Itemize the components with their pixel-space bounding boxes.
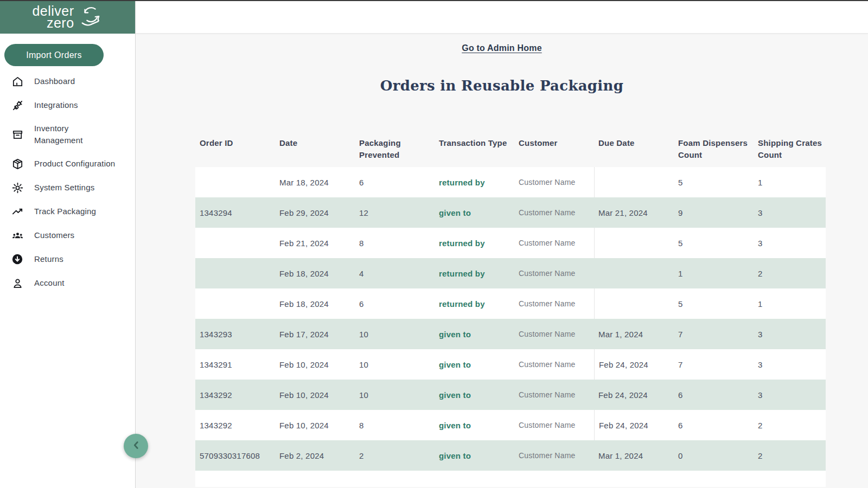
cell-transaction_type: given to — [435, 380, 514, 410]
cell-transaction_type: given to — [435, 197, 514, 228]
content: Go to Admin Home Orders in Reusable Pack… — [136, 43, 868, 487]
cell-packaging_prevented: 4 — [355, 258, 435, 288]
topbar — [136, 0, 868, 34]
trend-chart-icon — [11, 205, 24, 218]
import-orders-button[interactable]: Import Orders — [4, 44, 104, 66]
column-header-date[interactable]: Date — [275, 132, 355, 167]
page-title: Orders in Reusable Packaging — [136, 78, 868, 94]
cell-due_date — [594, 288, 674, 319]
cell-due_date — [594, 167, 674, 197]
cell-shipping_crates: 3 — [754, 319, 826, 349]
cell-packaging_prevented: 10 — [355, 380, 435, 410]
sidebar: deliver zero Import Orders Dashboard — [0, 0, 136, 488]
sidebar-item-dashboard[interactable]: Dashboard — [0, 69, 135, 93]
cell-packaging_prevented: 10 — [355, 349, 435, 380]
cell-transaction_type: given to — [435, 349, 514, 380]
sidebar-item-customers[interactable]: Customers — [0, 223, 135, 247]
table-row[interactable]: 5709330317608Feb 2, 20242given toCustome… — [195, 440, 826, 471]
cell-customer: Customer Name — [514, 349, 594, 380]
window-top-edge — [0, 0, 868, 1]
table-row[interactable]: Feb 18, 20244returned byCustomer Name12 — [195, 258, 826, 288]
sidebar-item-account[interactable]: Account — [0, 271, 135, 295]
column-header-customer[interactable]: Customer — [514, 132, 594, 167]
cell-due_date — [594, 258, 674, 288]
cell-order_id — [195, 167, 275, 197]
cell-customer: Customer Name — [514, 440, 594, 471]
cell-shipping_crates: 2 — [754, 258, 826, 288]
go-to-admin-home-link[interactable]: Go to Admin Home — [136, 43, 868, 53]
cell-transaction_type: returned by — [435, 288, 514, 319]
column-header-transaction_type[interactable]: Transaction Type — [435, 132, 514, 167]
cell-due_date — [594, 228, 674, 258]
table-row[interactable]: 1343292Feb 10, 202410given toCustomer Na… — [195, 380, 826, 410]
customers-icon — [11, 229, 24, 242]
column-header-packaging_prevented[interactable]: Packaging Prevented — [355, 132, 435, 167]
cell-shipping_crates: 1 — [754, 167, 826, 197]
sidebar-item-inventory-management[interactable]: Inventory Management — [0, 117, 135, 152]
cell-due_date: Mar 21, 2024 — [594, 197, 674, 228]
cell-packaging_prevented: 10 — [355, 319, 435, 349]
cell-date: Feb 2, 2024 — [275, 440, 355, 471]
column-header-shipping_crates[interactable]: Shipping Crates Count — [754, 132, 826, 167]
cell-shipping_crates: 3 — [754, 349, 826, 380]
cell-packaging_prevented: 12 — [355, 197, 435, 228]
cell-foam_dispensers: 5 — [674, 288, 754, 319]
table-row[interactable]: Feb 18, 20246returned byCustomer Name51 — [195, 288, 826, 319]
cell-transaction_type: given to — [435, 319, 514, 349]
cell-date: Feb 18, 2024 — [275, 258, 355, 288]
column-header-due_date[interactable]: Due Date — [594, 132, 674, 167]
cell-customer: Customer Name — [514, 288, 594, 319]
cell-foam_dispensers: 0 — [674, 440, 754, 471]
sidebar-item-track-packaging[interactable]: Track Packaging — [0, 200, 135, 223]
sidebar-collapse-button[interactable] — [124, 434, 148, 458]
column-header-order_id[interactable]: Order ID — [195, 132, 275, 167]
cell-date: Mar 18, 2024 — [275, 167, 355, 197]
package-icon — [11, 157, 24, 170]
sidebar-item-system-settings[interactable]: System Settings — [0, 176, 135, 200]
sidebar-item-label: Account — [34, 277, 65, 289]
orders-table: Order IDDatePackaging PreventedTransacti… — [195, 132, 826, 487]
cell-date: Feb 17, 2024 — [275, 319, 355, 349]
cell-packaging_prevented: 8 — [355, 410, 435, 440]
table-header-row: Order IDDatePackaging PreventedTransacti… — [195, 132, 826, 167]
cell-date: Feb 10, 2024 — [275, 380, 355, 410]
sidebar-item-integrations[interactable]: Integrations — [0, 93, 135, 117]
sidebar-item-label: Inventory Management — [34, 123, 103, 146]
table-row[interactable]: Feb 21, 20248returned byCustomer Name53 — [195, 228, 826, 258]
cell-date: Feb 21, 2024 — [275, 228, 355, 258]
cell-due_date: Feb 24, 2024 — [594, 380, 674, 410]
cell-shipping_crates: 2 — [754, 440, 826, 471]
cell-date: Feb 10, 2024 — [275, 349, 355, 380]
circular-arrows-hand-icon — [78, 4, 103, 29]
cell-customer: Customer Name — [514, 380, 594, 410]
cell-order_id — [195, 228, 275, 258]
table-row[interactable]: 1343294Feb 29, 202412given toCustomer Na… — [195, 197, 826, 228]
sidebar-item-returns[interactable]: Returns — [0, 247, 135, 271]
cell-transaction_type: returned by — [435, 258, 514, 288]
cell-packaging_prevented: 6 — [355, 167, 435, 197]
app-root: deliver zero Import Orders Dashboard — [0, 0, 868, 488]
cell-customer: Customer Name — [514, 228, 594, 258]
cell-customer: Customer Name — [514, 258, 594, 288]
cell-shipping_crates: 1 — [754, 288, 826, 319]
cell-due_date: Feb 24, 2024 — [594, 410, 674, 440]
cell-order_id: 1343293 — [195, 319, 275, 349]
cell-due_date: Mar 1, 2024 — [594, 319, 674, 349]
cell-customer: Customer Name — [514, 167, 594, 197]
sidebar-item-label: Product Configuration — [34, 158, 115, 170]
cell-date: Feb 29, 2024 — [275, 197, 355, 228]
table-row[interactable]: Mar 18, 20246returned byCustomer Name51 — [195, 167, 826, 197]
cell-foam_dispensers: 5 — [674, 228, 754, 258]
sidebar-item-product-configuration[interactable]: Product Configuration — [0, 152, 135, 176]
column-header-foam_dispensers[interactable]: Foam Dispensers Count — [674, 132, 754, 167]
table-row[interactable]: 1343292Feb 10, 20248given toCustomer Nam… — [195, 410, 826, 440]
table-row[interactable]: 1343293Feb 17, 202410given toCustomer Na… — [195, 319, 826, 349]
table-row[interactable]: 1343291Feb 10, 202410given toCustomer Na… — [195, 349, 826, 380]
cell-date: Feb 10, 2024 — [275, 410, 355, 440]
brand-line2: zero — [47, 17, 74, 29]
sidebar-item-label: Integrations — [34, 99, 78, 111]
home-icon — [11, 75, 24, 88]
cell-customer: Customer Name — [514, 197, 594, 228]
cell-customer: Customer Name — [514, 410, 594, 440]
cell-packaging_prevented: 8 — [355, 228, 435, 258]
